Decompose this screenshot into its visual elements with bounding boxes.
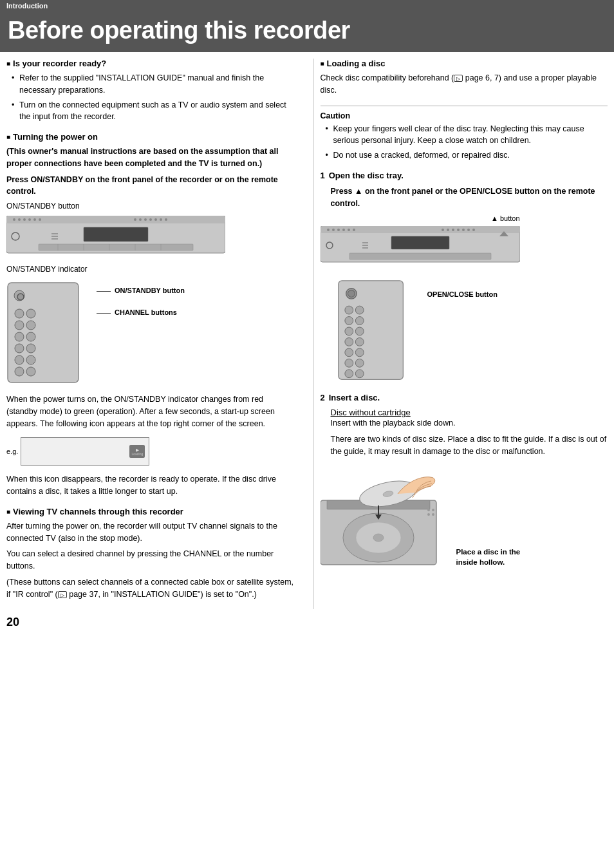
section-ready-title: Is your recorder ready?	[6, 59, 294, 68]
open-close-label-wrap: OPEN/CLOSE button	[427, 290, 498, 299]
screen-wrap: e.g. ▶ Loading	[6, 433, 294, 469]
svg-point-47	[348, 229, 350, 231]
svg-point-72	[344, 338, 353, 346]
svg-point-28	[17, 294, 24, 300]
ready-bullets: Refer to the supplied "INSTALLATION GUID…	[12, 72, 294, 123]
svg-point-55	[472, 229, 475, 231]
svg-point-14	[165, 218, 167, 221]
svg-point-44	[332, 229, 335, 231]
page-number-area: 20	[0, 616, 614, 636]
section-power-title: Turning the power on	[6, 132, 294, 142]
svg-point-69	[355, 317, 364, 325]
svg-point-75	[355, 348, 364, 357]
svg-point-6	[33, 218, 36, 221]
svg-point-30	[26, 309, 35, 318]
step1-block: 1 Open the disc tray. Press ▲ on the fro…	[321, 171, 608, 386]
svg-point-90	[432, 509, 434, 511]
svg-point-4	[23, 218, 26, 221]
recorder-illustration-right	[321, 226, 520, 266]
svg-point-89	[427, 509, 430, 511]
svg-point-65	[348, 290, 355, 297]
svg-point-31	[15, 321, 24, 330]
divider-1	[321, 106, 608, 106]
place-disc-caption: Place a disc in the inside hollow.	[456, 547, 534, 567]
button-label-top: ▲ button	[321, 214, 520, 222]
svg-rect-20	[39, 244, 193, 250]
disc-type-label: Disc without cartridge	[331, 408, 608, 417]
step2-header: 2 Insert a disc.	[321, 393, 608, 405]
remote-labels: —— ON/STANDBY button —— CHANNEL buttons	[94, 287, 185, 316]
svg-point-8	[134, 218, 136, 221]
svg-point-91	[427, 513, 430, 516]
step1-instruction: Press ▲ on the front panel or the OPEN/C…	[331, 185, 608, 210]
caution-bullets: Keep your fingers well clear of the disc…	[326, 123, 608, 162]
section-label-text: Introduction	[6, 2, 48, 10]
svg-point-53	[462, 229, 465, 231]
page-title: Before operating this recorder	[8, 17, 606, 44]
disc-instruction: Insert with the playback side down.	[331, 417, 608, 429]
screen-example: ▶ Loading	[21, 437, 149, 466]
section-tv-title: Viewing TV channels through this recorde…	[6, 507, 294, 516]
step2-num: 2	[321, 393, 325, 402]
svg-point-12	[154, 218, 157, 221]
svg-rect-61	[349, 253, 491, 259]
svg-point-40	[26, 367, 35, 376]
ready-bullet-2: Turn on the connected equipment such as …	[12, 99, 294, 124]
loading-icon: ▶ Loading	[129, 445, 145, 458]
svg-point-43	[327, 229, 330, 231]
step1-num: 1	[321, 171, 325, 180]
svg-rect-60	[391, 236, 449, 249]
step2-title: Insert a disc.	[329, 393, 380, 402]
tv-body-2: You can select a desired channel by pres…	[6, 548, 294, 572]
section-caution: Caution Keep your fingers well clear of …	[321, 111, 608, 162]
recorder-illustration-top	[6, 216, 225, 258]
svg-point-13	[160, 218, 162, 221]
power-bold-note: (This owner's manual instructions are ba…	[6, 146, 294, 170]
caution-title: Caution	[321, 111, 608, 120]
svg-point-66	[344, 306, 353, 314]
on-standby-button-label: ON/STANDBY button	[6, 202, 294, 211]
svg-point-70	[344, 327, 353, 335]
svg-point-50	[447, 229, 449, 231]
svg-point-45	[337, 229, 340, 231]
content-area: Is your recorder ready? Refer to the sup…	[0, 52, 614, 616]
svg-point-32	[26, 321, 35, 330]
left-column: Is your recorder ready? Refer to the sup…	[6, 59, 301, 609]
svg-point-10	[144, 218, 147, 221]
svg-point-52	[457, 229, 460, 231]
power-bold-instruction: Press ON/STANDBY on the front panel of t…	[6, 174, 294, 198]
svg-point-77	[355, 359, 364, 368]
svg-point-73	[355, 338, 364, 346]
section-label: Introduction	[0, 0, 614, 12]
on-standby-indicator-label: ON/STANDBY indicator	[6, 265, 294, 274]
tv-body-3: (These buttons can select channels of a …	[6, 576, 294, 601]
tv-body-1: After turning the power on, the recorder…	[6, 520, 294, 545]
disc-load-wrap: Place a disc in the inside hollow.	[321, 462, 608, 568]
on-standby-button-arrow-label: —— ON/STANDBY button	[97, 287, 185, 294]
loading-body: Check disc compatibility beforehand (▷ p…	[321, 72, 608, 97]
svg-point-33	[15, 332, 24, 341]
svg-point-67	[355, 306, 364, 314]
power-body-text: When the power turns on, the ON/STANDBY …	[6, 393, 294, 429]
disc-body: There are two kinds of disc size. Place …	[331, 433, 608, 458]
step1-illustrations: ▲ button	[321, 214, 608, 270]
svg-point-49	[442, 229, 444, 231]
section-tv: Viewing TV channels through this recorde…	[6, 507, 294, 601]
svg-point-7	[39, 218, 41, 221]
svg-point-34	[26, 332, 35, 341]
disc-load-illustration	[321, 462, 446, 568]
svg-point-54	[467, 229, 470, 231]
svg-point-84	[373, 534, 384, 542]
section-ready: Is your recorder ready? Refer to the sup…	[6, 59, 294, 123]
svg-point-35	[15, 344, 24, 353]
svg-point-29	[15, 309, 24, 318]
svg-point-48	[353, 229, 355, 231]
svg-point-78	[344, 370, 353, 378]
svg-point-76	[344, 359, 353, 368]
section-loading-title: Loading a disc	[321, 59, 608, 68]
svg-rect-19	[84, 227, 148, 241]
svg-point-11	[149, 218, 152, 221]
svg-point-9	[139, 218, 142, 221]
remote-right-illustration	[333, 279, 423, 382]
svg-point-38	[26, 355, 35, 364]
